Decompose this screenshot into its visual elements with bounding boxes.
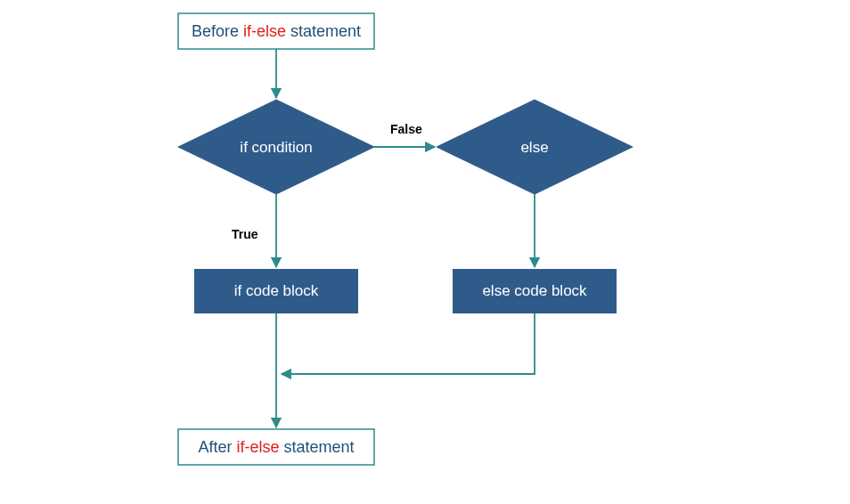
true-label: True: [232, 227, 258, 241]
after-prefix: After: [198, 438, 236, 456]
if-block: if code block: [194, 269, 358, 313]
edge-elseblock-join: [282, 313, 535, 374]
after-suffix: statement: [279, 438, 354, 456]
svg-text:After if-else statement: After if-else statement: [198, 438, 354, 456]
svg-text:Before if-else statement: Before if-else statement: [192, 22, 361, 40]
else-block: else code block: [453, 269, 617, 313]
if-condition-text: if condition: [240, 139, 312, 156]
before-suffix: statement: [286, 22, 361, 40]
false-label: False: [390, 122, 422, 136]
before-box: Before if-else statement: [178, 13, 374, 49]
after-box: After if-else statement: [178, 429, 374, 465]
after-highlight: if-else: [236, 438, 279, 456]
if-diamond: if condition: [178, 100, 374, 194]
else-diamond: else: [437, 100, 633, 194]
before-highlight: if-else: [243, 22, 286, 40]
if-block-text: if code block: [234, 282, 319, 299]
before-prefix: Before: [192, 22, 243, 40]
else-block-text: else code block: [482, 282, 587, 299]
else-text: else: [520, 139, 548, 156]
